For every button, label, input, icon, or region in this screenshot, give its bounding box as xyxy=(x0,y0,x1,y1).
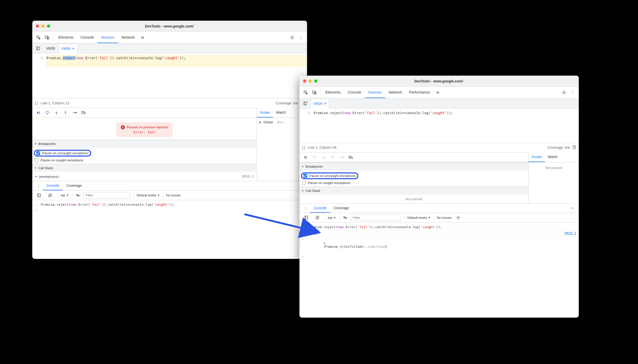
pause-uncaught-checkbox[interactable] xyxy=(303,174,307,178)
coverage-label: Coverage: n/a xyxy=(276,101,298,105)
file-tab-active[interactable]: VM39 × xyxy=(59,44,77,53)
minimize-window-button[interactable] xyxy=(309,79,312,83)
close-window-button[interactable] xyxy=(36,24,39,28)
pretty-print-icon[interactable]: { } xyxy=(302,145,305,149)
close-icon[interactable]: × xyxy=(324,102,326,106)
close-drawer-icon[interactable]: × xyxy=(568,204,577,213)
scope-tab[interactable]: Scope xyxy=(257,108,273,117)
more-tabs-icon[interactable]: ≫ xyxy=(434,88,442,97)
chevron-down-icon: ▼ xyxy=(157,194,160,197)
coverage-sheet-icon[interactable] xyxy=(572,145,576,150)
console-body[interactable]: › Promise.reject(new Error('fail')).catc… xyxy=(32,200,307,215)
more-tabs-icon[interactable]: ≫ xyxy=(138,33,147,42)
tab-console[interactable]: Console xyxy=(77,32,97,43)
navigator-toggle-icon[interactable] xyxy=(301,99,310,108)
minimize-window-button[interactable] xyxy=(41,24,45,28)
step-into-icon[interactable] xyxy=(53,109,60,116)
device-toolbar-icon[interactable] xyxy=(43,33,51,42)
issues-counter[interactable]: No Issues xyxy=(434,215,451,220)
navigator-toggle-icon[interactable] xyxy=(34,44,42,53)
pause-caught-checkbox-row[interactable]: Pause on caught exceptions xyxy=(32,158,257,163)
console-prompt[interactable]: › xyxy=(299,253,579,259)
drawer-tab-coverage[interactable]: Coverage xyxy=(63,181,85,190)
drawer-tab-console[interactable]: Console xyxy=(310,204,330,213)
console-settings-icon[interactable] xyxy=(454,213,463,222)
main-tab-bar: Elements Console Sources Network ≫ ⋮ xyxy=(32,32,307,43)
pause-uncaught-checkbox-row[interactable]: Pause on uncaught exceptions xyxy=(34,150,91,157)
pause-caught-checkbox[interactable] xyxy=(35,158,39,162)
context-selector[interactable]: top ▼ xyxy=(325,215,336,220)
console-body[interactable]: › Promise.reject(new Error('fail')).catc… xyxy=(299,223,579,260)
breakpoints-label: Breakpoints xyxy=(38,142,56,146)
drawer-tab-console[interactable]: Console xyxy=(43,181,63,190)
context-selector[interactable]: top ▼ xyxy=(58,193,69,198)
log-source-link[interactable]: VM29:1 xyxy=(564,231,576,235)
breakpoints-section-header[interactable]: ▼ Breakpoints xyxy=(299,162,528,170)
live-expression-icon[interactable] xyxy=(72,193,81,198)
pause-caught-checkbox[interactable] xyxy=(302,181,306,185)
kebab-menu-icon[interactable]: ⋮ xyxy=(568,88,577,97)
close-icon[interactable]: × xyxy=(72,47,74,51)
pause-uncaught-label: Pause on uncaught exceptions xyxy=(42,151,89,155)
issues-counter[interactable]: No Issues xyxy=(163,193,181,198)
call-stack-header[interactable]: ▼ Call Stack xyxy=(32,164,257,172)
log-levels-selector[interactable]: Default levels ▼ xyxy=(134,193,160,198)
tab-elements[interactable]: Elements xyxy=(322,87,344,98)
tab-console[interactable]: Console xyxy=(344,87,364,98)
log-levels-selector[interactable]: Default levels ▼ xyxy=(405,215,431,220)
watch-tab[interactable]: Watch xyxy=(273,108,289,117)
settings-icon[interactable] xyxy=(288,33,296,42)
chevron-right-icon[interactable]: ▶ xyxy=(259,121,261,124)
kebab-menu-icon[interactable]: ⋮ xyxy=(301,204,310,213)
frame-name: (anonymous) xyxy=(39,175,59,178)
console-prompt[interactable]: › xyxy=(32,207,307,213)
drawer-tab-coverage[interactable]: Coverage xyxy=(330,204,352,213)
live-expression-icon[interactable] xyxy=(340,215,348,220)
zoom-window-button[interactable] xyxy=(47,24,50,28)
step-out-icon[interactable] xyxy=(62,109,69,116)
tab-sources[interactable]: Sources xyxy=(98,32,118,43)
pretty-print-icon[interactable]: { } xyxy=(35,101,38,105)
file-tab-inactive[interactable]: VM30 xyxy=(43,43,58,53)
tab-elements[interactable]: Elements xyxy=(55,32,77,43)
kebab-menu-icon[interactable]: ⋮ xyxy=(296,33,305,42)
watch-tab[interactable]: Watch xyxy=(545,152,561,162)
deactivate-breakpoints-icon[interactable] xyxy=(347,154,354,161)
chevron-right-icon[interactable]: ▶ xyxy=(324,242,327,245)
inspect-element-icon[interactable] xyxy=(301,88,310,97)
call-stack-frame[interactable]: ➔ (anonymous) VM39:1 xyxy=(32,173,257,180)
step-icon[interactable] xyxy=(71,109,78,116)
code-editor[interactable]: 1 Promise.reject(new Error('fail')).catc… xyxy=(299,108,579,124)
code-editor[interactable]: 1 Promise.reject(new Error('fail')).catc… xyxy=(32,53,307,69)
scope-tab[interactable]: Scope xyxy=(529,152,545,162)
kebab-menu-icon[interactable]: ⋮ xyxy=(34,181,43,190)
sidebar-toggle-icon[interactable] xyxy=(302,213,311,222)
step-over-icon[interactable] xyxy=(44,109,51,116)
pause-uncaught-checkbox-row[interactable]: Pause on uncaught exceptions xyxy=(301,172,358,179)
breakpoints-section-header[interactable]: ▼ Breakpoints xyxy=(32,140,257,148)
window-controls xyxy=(303,79,317,83)
device-toolbar-icon[interactable] xyxy=(310,88,319,97)
settings-icon[interactable] xyxy=(560,88,568,97)
pause-icon[interactable] xyxy=(302,154,309,161)
inspect-element-icon[interactable] xyxy=(34,33,43,42)
sidebar-toggle-icon[interactable] xyxy=(35,191,43,200)
clear-console-icon[interactable] xyxy=(46,191,54,200)
file-tab-active[interactable]: VM29 × xyxy=(311,99,329,108)
zoom-window-button[interactable] xyxy=(314,79,317,83)
tab-performance[interactable]: Performance xyxy=(406,87,434,98)
call-stack-header[interactable]: ▼ Call Stack xyxy=(299,187,528,195)
pause-uncaught-checkbox[interactable] xyxy=(36,151,40,155)
resume-icon[interactable] xyxy=(35,109,42,116)
svg-rect-18 xyxy=(38,194,41,197)
tab-sources[interactable]: Sources xyxy=(365,87,385,98)
scope-global-label[interactable]: Global xyxy=(263,120,273,124)
close-window-button[interactable] xyxy=(303,79,306,83)
deactivate-breakpoints-icon[interactable] xyxy=(80,109,87,116)
pause-caught-checkbox-row[interactable]: Pause on caught exceptions xyxy=(299,180,528,186)
clear-console-icon[interactable] xyxy=(313,213,322,222)
filter-input[interactable] xyxy=(83,192,130,199)
filter-input[interactable] xyxy=(351,214,401,221)
tab-network[interactable]: Network xyxy=(118,32,138,43)
tab-network[interactable]: Network xyxy=(385,87,406,98)
